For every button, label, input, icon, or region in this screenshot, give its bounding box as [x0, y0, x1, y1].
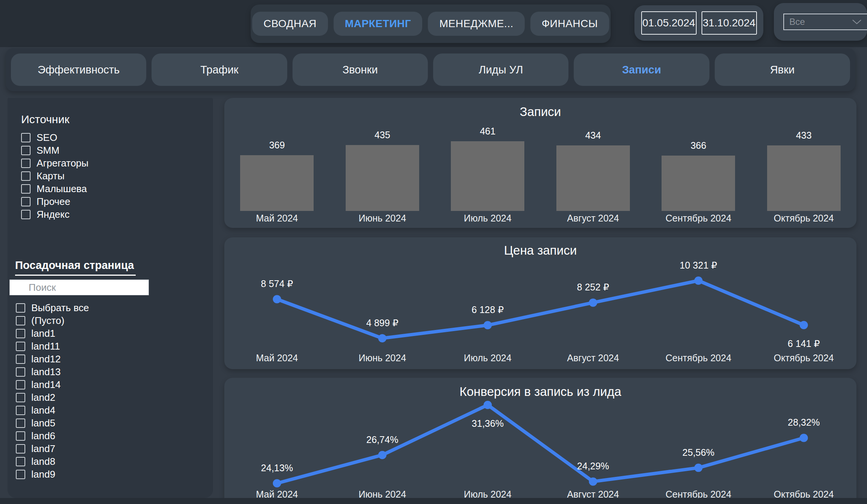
checkbox-icon[interactable] — [16, 418, 25, 428]
bar[interactable] — [240, 155, 314, 211]
section-tab-1[interactable]: Эффективность — [11, 53, 146, 86]
checkbox-icon[interactable] — [16, 444, 25, 454]
source-filter-title: Источник — [21, 113, 69, 126]
checkbox-row[interactable]: Малышева — [21, 182, 87, 195]
filter-dropdown-group: Все — [774, 3, 867, 41]
checkbox-label: Яндекс — [37, 209, 69, 220]
data-point[interactable] — [273, 479, 281, 487]
point-data-label: 31,36% — [472, 418, 504, 429]
x-axis-label: Октябрь 2024 — [751, 353, 857, 363]
top-tab-3[interactable]: МЕНЕДЖМЕ... — [428, 12, 525, 36]
x-axis-label: Июль 2024 — [435, 213, 541, 224]
checkbox-icon[interactable] — [21, 197, 31, 206]
checkbox-icon[interactable] — [16, 393, 25, 402]
checkbox-icon[interactable] — [21, 146, 31, 155]
checkbox-row[interactable]: land14 — [16, 378, 61, 391]
checkbox-label: Карты — [37, 170, 64, 182]
checkbox-icon[interactable] — [16, 329, 25, 338]
checkbox-label: land9 — [31, 469, 55, 480]
bar[interactable] — [346, 145, 419, 211]
checkbox-row[interactable]: land11 — [16, 340, 60, 353]
top-tab-1[interactable]: СВОДНАЯ — [252, 12, 328, 36]
section-tab-5[interactable]: Записи — [574, 53, 709, 86]
x-axis-label: Июль 2024 — [435, 353, 541, 363]
checkbox-icon[interactable] — [16, 316, 25, 325]
bar-data-label: 369 — [269, 140, 285, 151]
x-axis-labels: Май 2024Июнь 2024Июль 2024Август 2024Сен… — [224, 213, 856, 224]
search-input[interactable] — [9, 279, 149, 295]
x-axis-label: Май 2024 — [224, 353, 330, 363]
checkbox-row[interactable]: SEO — [21, 131, 57, 144]
data-point[interactable] — [484, 321, 492, 329]
data-point[interactable] — [694, 276, 703, 285]
checkbox-icon[interactable] — [16, 470, 25, 479]
point-data-label: 4 899 ₽ — [366, 318, 399, 328]
bar-data-label: 366 — [691, 140, 706, 151]
checkbox-label: land1 — [31, 328, 55, 339]
checkbox-row[interactable]: land5 — [16, 417, 55, 429]
filter-sidebar: Источник SEOSMMАгрегаторыКартыМалышеваПр… — [8, 98, 213, 498]
checkbox-row[interactable]: land6 — [16, 429, 55, 442]
checkbox-row[interactable]: Выбрать все — [16, 301, 89, 314]
bar-slot: 434 — [541, 130, 646, 211]
bar[interactable] — [767, 145, 841, 211]
checkbox-row[interactable]: (Пусто) — [16, 314, 64, 327]
checkbox-icon[interactable] — [21, 210, 31, 219]
checkbox-row[interactable]: Прочее — [21, 195, 70, 208]
checkbox-row[interactable]: SMM — [21, 144, 60, 157]
data-point[interactable] — [273, 295, 281, 303]
bar[interactable] — [451, 141, 524, 211]
data-point[interactable] — [378, 334, 386, 342]
date-from-input[interactable] — [641, 11, 697, 35]
date-to-input[interactable] — [702, 11, 757, 35]
checkbox-label: SEO — [37, 132, 57, 144]
checkbox-icon[interactable] — [21, 184, 31, 194]
section-tab-6[interactable]: Явки — [715, 53, 850, 86]
filter-dropdown[interactable]: Все — [783, 14, 867, 30]
checkbox-row[interactable]: land1 — [16, 327, 55, 340]
data-point[interactable] — [589, 477, 597, 486]
checkbox-icon[interactable] — [21, 133, 31, 142]
checkbox-row[interactable]: land2 — [16, 391, 55, 404]
top-tab-2[interactable]: МАРКЕТИНГ — [334, 12, 423, 36]
chart-panel-records: Записи 369435461434366433 Май 2024Июнь 2… — [224, 98, 856, 228]
section-tab-4[interactable]: Лиды УЛ — [433, 53, 568, 86]
top-tab-4[interactable]: ФИНАНСЫ — [530, 12, 609, 36]
checkbox-row[interactable]: land12 — [16, 353, 61, 365]
checkbox-row[interactable]: Карты — [21, 170, 64, 182]
checkbox-row[interactable]: Агрегаторы — [21, 157, 89, 170]
data-point[interactable] — [378, 451, 386, 459]
checkbox-icon[interactable] — [16, 406, 25, 415]
checkbox-icon[interactable] — [16, 380, 25, 389]
checkbox-icon[interactable] — [16, 303, 25, 313]
checkbox-icon[interactable] — [21, 159, 31, 168]
data-point[interactable] — [694, 464, 703, 472]
x-axis-label: Сентябрь 2024 — [646, 213, 751, 224]
checkbox-icon[interactable] — [16, 367, 25, 377]
section-tab-3[interactable]: Звонки — [293, 53, 428, 86]
checkbox-label: (Пусто) — [31, 315, 64, 327]
data-point[interactable] — [484, 401, 492, 409]
data-point[interactable] — [589, 298, 597, 307]
point-data-label: 8 252 ₽ — [577, 282, 610, 292]
bar-plot-area: 369435461434366433 — [224, 141, 856, 211]
checkbox-row[interactable]: land13 — [16, 365, 61, 378]
checkbox-icon[interactable] — [16, 342, 25, 351]
bar[interactable] — [556, 145, 630, 211]
checkbox-row[interactable]: land9 — [16, 468, 55, 481]
checkbox-icon[interactable] — [21, 171, 31, 181]
checkbox-row[interactable]: Яндекс — [21, 208, 69, 221]
checkbox-icon[interactable] — [16, 431, 25, 441]
point-data-label: 24,13% — [261, 463, 293, 473]
checkbox-icon[interactable] — [16, 457, 25, 466]
checkbox-row[interactable]: land4 — [16, 404, 55, 417]
checkbox-icon[interactable] — [16, 354, 25, 364]
point-data-label: 25,56% — [682, 447, 714, 458]
checkbox-row[interactable]: land7 — [16, 442, 55, 455]
data-point[interactable] — [800, 321, 808, 329]
section-tab-2[interactable]: Трафик — [152, 53, 287, 86]
line-plot-area: 8 574 ₽4 899 ₽6 128 ₽8 252 ₽10 321 ₽6 14… — [224, 237, 856, 369]
checkbox-row[interactable]: land8 — [16, 455, 55, 468]
bar[interactable] — [662, 156, 735, 211]
data-point[interactable] — [800, 434, 808, 442]
